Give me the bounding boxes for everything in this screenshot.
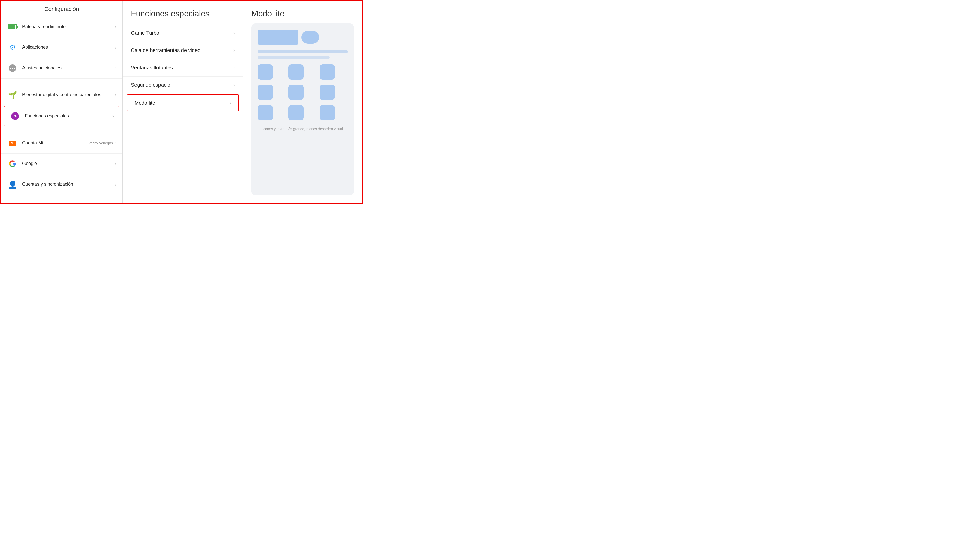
- left-panel-title: Configuración: [1, 3, 123, 17]
- chevron-right-icon: ›: [233, 65, 235, 70]
- chevron-right-icon: ›: [115, 161, 116, 167]
- chevron-right-icon: ›: [233, 83, 235, 88]
- mi-shape: MI: [9, 141, 16, 146]
- preview-grid-row-2: [258, 85, 348, 100]
- dots-shape: [9, 64, 16, 72]
- chevron-right-icon: ›: [115, 65, 116, 71]
- cuenta-label: Cuenta Mi: [22, 140, 88, 146]
- middle-item-video-tools[interactable]: Caja de herramientas de video ›: [123, 42, 243, 59]
- middle-panel: Funciones especiales Game Turbo › Caja d…: [123, 1, 243, 203]
- sidebar-item-cuenta[interactable]: MI Cuenta Mi Pedro Venegas ›: [1, 133, 123, 154]
- sidebar-item-special[interactable]: Funciones especiales ›: [4, 106, 119, 126]
- game-turbo-label: Game Turbo: [131, 30, 233, 36]
- preview-line-1: [258, 50, 348, 53]
- preview-app-icon: [320, 64, 335, 79]
- mi-icon: MI: [7, 138, 18, 149]
- apps-label: Aplicaciones: [22, 44, 115, 50]
- middle-item-modo-lite[interactable]: Modo lite ›: [127, 94, 239, 111]
- chevron-right-icon: ›: [112, 114, 114, 119]
- chevron-right-icon: ›: [115, 24, 116, 30]
- sidebar-item-apps[interactable]: ⚙ Aplicaciones ›: [1, 37, 123, 58]
- preview-grid-row-3: [258, 105, 348, 121]
- modo-lite-label: Modo lite: [135, 100, 230, 106]
- preview-app-icon: [258, 105, 273, 121]
- preview-app-icon: [320, 105, 335, 121]
- google-svg: [9, 160, 16, 167]
- sidebar-item-additional[interactable]: Ajustes adicionales ›: [1, 58, 123, 79]
- preview-app-icon: [288, 85, 304, 100]
- middle-item-second-space[interactable]: Segundo espacio ›: [123, 76, 243, 94]
- sidebar-item-battery[interactable]: Bateria y rendimiento ›: [1, 17, 123, 37]
- modo-lite-preview: Iconos y texto más grande, menos desorde…: [251, 24, 354, 195]
- accounts-label: Cuentas y sincronización: [22, 181, 115, 187]
- middle-panel-title: Funciones especiales: [123, 7, 243, 24]
- preview-line-2: [258, 56, 330, 59]
- left-panel: Configuración Bateria y rendimiento › ⚙ …: [1, 1, 123, 203]
- chevron-right-icon: ›: [230, 100, 231, 106]
- chevron-right-icon: ›: [233, 48, 235, 53]
- additional-label: Ajustes adicionales: [22, 65, 115, 71]
- chevron-right-icon: ›: [115, 141, 116, 146]
- chevron-right-icon: ›: [233, 30, 235, 36]
- preview-header: [258, 30, 348, 45]
- middle-item-floating[interactable]: Ventanas flotantes ›: [123, 59, 243, 76]
- right-panel-content: Iconos y texto más grande, menos desorde…: [243, 24, 362, 200]
- dots-icon: [7, 62, 18, 74]
- battery-label: Bateria y rendimiento: [22, 24, 115, 30]
- preview-app-icon: [258, 85, 273, 100]
- gear-icon: ⚙: [7, 42, 18, 53]
- sidebar-item-accounts[interactable]: 👤 Cuentas y sincronización ›: [1, 174, 123, 195]
- preview-app-icon: [288, 105, 304, 121]
- google-label: Google: [22, 161, 115, 167]
- google-icon: [7, 158, 18, 169]
- right-panel-title: Modo lite: [243, 7, 362, 24]
- preview-cloud-shape: [301, 31, 319, 44]
- heart-icon: 🌱: [7, 89, 18, 100]
- special-icon: [10, 110, 21, 122]
- cuenta-sub: Pedro Venegas: [88, 141, 113, 145]
- special-shape: [11, 112, 19, 120]
- preview-caption: Iconos y texto más grande, menos desorde…: [258, 124, 348, 133]
- accounts-icon: 👤: [7, 179, 18, 190]
- right-panel: Modo lite: [243, 1, 362, 203]
- video-tools-label: Caja de herramientas de video: [131, 48, 233, 53]
- preview-app-icon: [258, 64, 273, 79]
- chevron-right-icon: ›: [115, 45, 116, 50]
- preview-app-icon: [320, 85, 335, 100]
- sidebar-item-wellbeing[interactable]: 🌱 Bienestar digital y controles parental…: [1, 85, 123, 105]
- chevron-right-icon: ›: [115, 182, 116, 187]
- special-label: Funciones especiales: [25, 113, 112, 119]
- sidebar-item-google[interactable]: Google ›: [1, 154, 123, 174]
- second-space-label: Segundo espacio: [131, 82, 233, 88]
- preview-grid-row-1: [258, 64, 348, 79]
- chevron-right-icon: ›: [115, 92, 116, 98]
- battery-shape: [8, 24, 17, 29]
- middle-item-game-turbo[interactable]: Game Turbo ›: [123, 24, 243, 42]
- wellbeing-label: Bienestar digital y controles parentales: [22, 92, 115, 98]
- preview-app-icon: [288, 64, 304, 79]
- floating-label: Ventanas flotantes: [131, 65, 233, 71]
- preview-widget-large: [258, 30, 298, 45]
- battery-icon: [7, 21, 18, 32]
